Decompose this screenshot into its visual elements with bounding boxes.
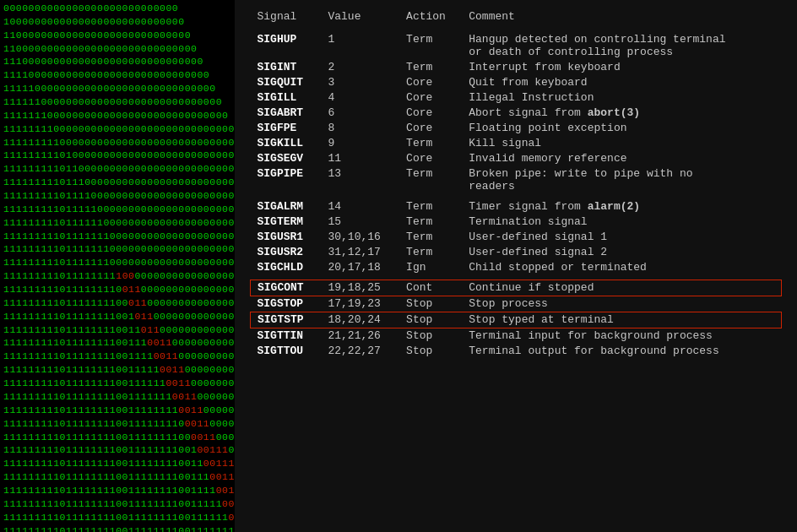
binary-row: 1111111110111111110011111111001100000000… [3,404,231,417]
binary-row: 1111111110111111110011111111000110000000… [3,417,231,431]
col-action: Action [399,8,462,31]
table-row: SIGINT2TermInterrupt from keyboard [251,59,782,74]
table-row: SIGTTIN21,21,26StopTerminal input for ba… [251,328,782,344]
signal-comment: Quit from keyboard [462,74,781,90]
table-row: SIGPIPE13TermBroken pipe: write to pipe … [251,166,782,193]
signal-name: SIGALRM [251,198,322,214]
signal-value: 19,18,25 [321,280,399,296]
signal-comment: Abort signal from abort(3) [462,105,781,120]
signal-value: 15 [321,214,399,229]
signal-name: SIGILL [251,90,322,105]
signal-action: Core [399,74,462,90]
binary-row: 1111111110111111110011111111000011000000… [3,431,231,444]
binary-row: 1111111110110000000000000000000000000000 [3,162,231,176]
signal-value: 1 [321,31,399,59]
signal-comment: Stop process [462,296,781,312]
signal-name: SIGSEGV [251,150,322,166]
table-row: SIGTSTP18,20,24StopStop typed at termina… [251,312,782,328]
binary-row: 11100000000000000000000000000000 [3,55,231,68]
table-row: SIGCHLD20,17,18IgnChild stopped or termi… [251,259,782,274]
signal-action: Term [399,135,462,150]
binary-row: 1111111110111111110011100110000000000000… [3,336,231,350]
binary-row: 111111111010000000000000000000000000000 [3,149,231,162]
signal-value: 2 [321,59,399,74]
table-row: SIGILL4CoreIllegal Instruction [251,90,782,105]
signal-name: SIGQUIT [251,74,322,90]
signal-action: Core [399,150,462,166]
binary-row: 1111111110111100000000000000000000000000… [3,189,231,203]
signal-name: SIGKILL [251,135,322,150]
binary-row: 1111111110111111110001100000000000000000… [3,296,231,310]
table-header-row: Signal Value Action Comment [251,8,782,31]
binary-row: 10000000000000000000000000000 [3,15,231,29]
table-row: SIGSTOP17,19,23StopStop process [251,296,782,312]
binary-row: 0000000000000000000000000000 [3,2,231,15]
signal-action: Cont [399,280,462,296]
col-comment: Comment [462,8,781,31]
binary-row: 111100000000000000000000000000000 [3,68,231,82]
signal-value: 17,19,23 [321,296,399,312]
table-row: SIGKILL9TermKill signal [251,135,782,150]
binary-row: 1111100000000000000000000000000000 [3,82,231,95]
table-row: SIGALRM14TermTimer signal from alarm(2) [251,198,782,214]
signal-value: 18,20,24 [321,312,399,328]
binary-row: 1111111110111111000000000000000000000000… [3,216,231,230]
signal-action: Core [399,105,462,120]
signal-name: SIGSTOP [251,296,322,312]
signal-name: SIGTSTP [251,312,322,328]
binary-row: 1111111110111111110010110000000000000000… [3,310,231,323]
signal-comment: Termination signal [462,214,781,229]
signal-action: Stop [399,328,462,344]
table-row: SIGTERM15TermTermination signal [251,214,782,229]
signal-name: SIGFPE [251,120,322,135]
signal-comment: User-defined signal 1 [462,229,781,244]
binary-row: 11111100000000000000000000000000000 [3,95,231,109]
signal-action: Stop [399,312,462,328]
binary-matrix: 0000000000000000000000000000100000000000… [0,0,235,532]
signal-name: SIGABRT [251,105,322,120]
signal-name: SIGHUP [251,31,322,59]
table-row: SIGQUIT3CoreQuit from keyboard [251,74,782,90]
signal-name: SIGPIPE [251,166,322,193]
signal-name: SIGCONT [251,280,322,296]
table-row: SIGCONT19,18,25ContContinue if stopped [251,280,782,296]
signal-value: 20,17,18 [321,259,399,274]
binary-row: 1111111110111111110011111001100000000000… [3,363,231,377]
binary-row: 1111111110111111110011111111001100111000… [3,457,231,470]
signal-action: Term [399,166,462,193]
signal-value: 3 [321,74,399,90]
signal-comment: Broken pipe: write to pipe with noreader… [462,166,781,193]
binary-row: 1111111110111111100000000000000000000000… [3,242,231,256]
signal-comment: Illegal Instruction [462,90,781,105]
signal-value: 14 [321,198,399,214]
signal-comment: Hangup detected on controlling terminalo… [462,31,781,59]
binary-row: 1111111110111111111000000000000000000000… [3,269,231,283]
signal-name: SIGUSR2 [251,244,322,259]
binary-row: 1111111110111111100000000000000000000000… [3,230,231,243]
signal-action: Term [399,31,462,59]
signal-action: Core [399,120,462,135]
binary-row: 1111111110111111110011111111001111111001… [3,524,231,532]
signal-action: Term [399,198,462,214]
signal-value: 11 [321,150,399,166]
signal-value: 4 [321,90,399,105]
signal-value: 13 [321,166,399,193]
table-row: SIGFPE8CoreFloating point exception [251,120,782,135]
signal-comment: Interrupt from keyboard [462,59,781,74]
table-row: SIGUSR231,12,17TermUser-defined signal 2 [251,244,782,259]
signal-action: Term [399,59,462,74]
col-value: Value [321,8,399,31]
signal-value: 8 [321,120,399,135]
binary-row: 1111111110111111110011111100110000000000… [3,377,231,390]
signal-comment: Terminal input for background process [462,328,781,344]
signal-value: 6 [321,105,399,120]
binary-row: 1111111100000000000000000000000000000 [3,122,231,136]
signal-value: 30,10,16 [321,229,399,244]
signal-table: Signal Value Action Comment SIGHUP1TermH… [250,8,782,359]
binary-row: 1111111110111111110011111111001111110011… [3,511,231,524]
table-row: SIGABRT6CoreAbort signal from abort(3) [251,105,782,120]
binary-row: 1111111110111111110011111111001110011000… [3,470,231,484]
binary-row: 111111100000000000000000000000000000 [3,109,231,122]
binary-row: 1111111110111111110011111111001111001100… [3,484,231,497]
binary-row: 1111111110111111110011000000000000000000… [3,283,231,296]
